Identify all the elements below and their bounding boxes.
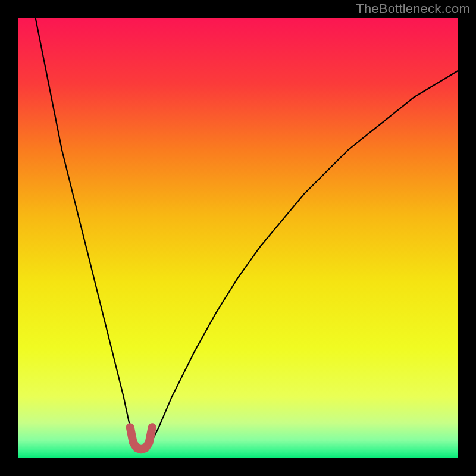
chart-plot-area xyxy=(18,18,458,458)
valley-highlight xyxy=(130,427,152,449)
chart-curves xyxy=(18,18,458,458)
bottleneck-curve xyxy=(36,18,458,449)
chart-frame: TheBottleneck.com xyxy=(0,0,476,476)
watermark-text: TheBottleneck.com xyxy=(356,1,470,17)
